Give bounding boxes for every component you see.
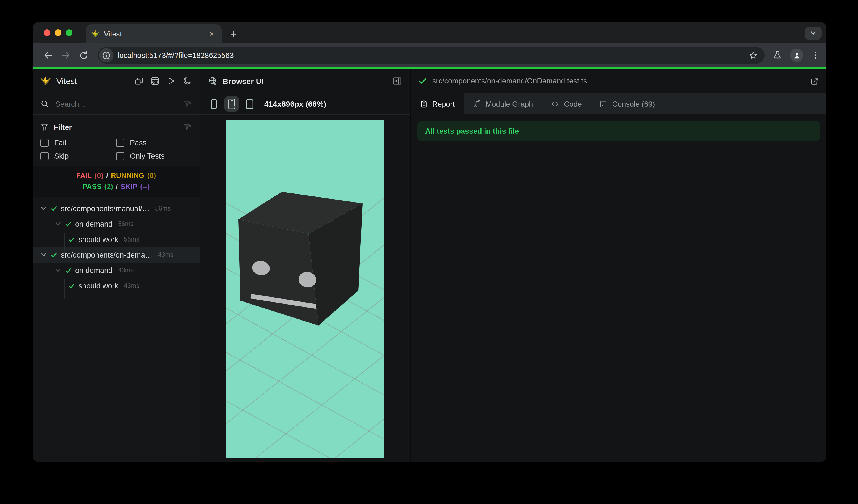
chevron-down-icon	[810, 30, 816, 36]
filter-option-fail[interactable]: Fail	[41, 139, 116, 147]
phone-small-icon	[211, 99, 217, 109]
tree-test-row[interactable]: should work 43ms	[33, 278, 200, 293]
run-all-play-icon[interactable]	[166, 76, 176, 86]
pass-check-icon	[50, 251, 58, 258]
all-tests-passed-banner: All tests passed in this file	[417, 121, 820, 141]
sidebar-actions	[134, 76, 192, 86]
tab-close-icon[interactable]: ×	[207, 29, 216, 39]
test-status-summary: FAIL (0) / RUNNING (0) PASS (2) / SKIP (…	[33, 166, 200, 197]
console-icon	[600, 100, 608, 108]
checkbox-fail[interactable]	[41, 139, 49, 147]
report-content: All tests passed in this file	[411, 114, 826, 462]
search-icon	[41, 99, 49, 108]
clear-filter-icon[interactable]	[183, 123, 192, 131]
url-bar[interactable]: localhost:5173/#/?file=1828625563	[98, 47, 765, 64]
code-icon	[551, 99, 559, 108]
site-info-button[interactable]	[99, 48, 113, 63]
chevron-down-icon[interactable]	[41, 205, 47, 212]
device-phone-plus-button[interactable]	[224, 96, 239, 112]
pass-check-icon	[418, 77, 427, 85]
status-line-2: PASS (2) / SKIP (--)	[33, 181, 200, 192]
sidebar: Vitest	[33, 69, 200, 462]
vitest-logo-icon	[41, 76, 51, 86]
chevron-down-icon[interactable]	[55, 221, 61, 227]
checkbox-skip[interactable]	[41, 152, 49, 160]
device-phone-small-button[interactable]	[207, 96, 221, 112]
browser-toolbar: localhost:5173/#/?file=1828625563	[33, 43, 826, 67]
zoom-window-button[interactable]	[66, 29, 73, 36]
browser-ui-header: Browser UI	[200, 69, 410, 93]
info-icon	[102, 51, 110, 60]
minimize-window-button[interactable]	[55, 29, 61, 36]
tree-suite-row[interactable]: on demand 56ms	[33, 216, 200, 231]
traffic-lights	[44, 29, 73, 36]
viewport-size-label[interactable]: 414x896px (68%)	[264, 99, 326, 108]
reload-icon	[78, 50, 89, 61]
tab-report[interactable]: Report	[411, 93, 463, 114]
tab-console[interactable]: Console (69)	[591, 93, 664, 114]
url-text[interactable]: localhost:5173/#/?file=1828625563	[118, 51, 744, 60]
profile-avatar[interactable]	[790, 49, 803, 62]
dashboard-icon[interactable]	[150, 76, 160, 86]
filter-option-only-tests[interactable]: Only Tests	[116, 152, 192, 160]
pass-check-icon	[65, 267, 72, 274]
app-title: Vitest	[57, 76, 129, 86]
funnel-icon	[41, 123, 49, 131]
reload-button[interactable]	[75, 46, 92, 64]
toolbar-right	[772, 49, 820, 62]
sidebar-header: Vitest	[33, 69, 200, 93]
tree-test-row[interactable]: should work 55ms	[33, 231, 200, 247]
device-toolbar: 414x896px (68%)	[200, 93, 410, 115]
filter-section: Filter Fail Pass	[33, 115, 200, 166]
tab-code[interactable]: Code	[542, 93, 591, 114]
tree-guide-line	[51, 217, 51, 250]
tablet-icon	[245, 99, 253, 109]
screen: Vitest × +	[0, 0, 858, 504]
back-button[interactable]	[39, 46, 57, 64]
tested-app-viewport[interactable]	[225, 120, 384, 458]
browser-ui-panel: Browser UI	[200, 69, 411, 462]
phone-plus-icon	[228, 98, 236, 110]
checkbox-pass[interactable]	[116, 139, 124, 147]
tree-guide-line	[51, 264, 51, 297]
filter-header: Filter	[41, 120, 192, 134]
filter-option-pass[interactable]: Pass	[116, 139, 192, 147]
experiments-flask-icon[interactable]	[772, 50, 782, 60]
chevron-down-icon[interactable]	[41, 251, 47, 258]
status-line-1: FAIL (0) / RUNNING (0)	[33, 170, 200, 181]
test-file-path: src/components/on-demand/OnDemand.test.t…	[432, 77, 804, 85]
tab-module-graph[interactable]: Module Graph	[463, 93, 542, 114]
tested-app-area	[200, 115, 410, 462]
checkbox-only-tests[interactable]	[116, 152, 124, 160]
clear-filter-icon[interactable]	[183, 99, 192, 108]
new-tab-button[interactable]: +	[227, 29, 240, 39]
tab-search-button[interactable]	[805, 27, 822, 40]
report-panel: src/components/on-demand/OnDemand.test.t…	[411, 69, 826, 462]
tree-guide-line	[64, 233, 65, 253]
dock-panel-right-icon[interactable]	[393, 76, 402, 86]
test-tree: src/components/manual/… 56ms on demand 5…	[33, 197, 200, 462]
filter-title: Filter	[54, 123, 178, 131]
tree-suite-row[interactable]: on demand 43ms	[33, 262, 200, 278]
browser-tab-vitest[interactable]: Vitest ×	[86, 24, 222, 43]
bookmark-star-icon[interactable]	[749, 51, 758, 60]
close-window-button[interactable]	[44, 29, 50, 36]
module-graph-icon	[472, 99, 481, 108]
tree-file-row[interactable]: src/components/manual/… 56ms	[33, 200, 200, 216]
collapse-windows-icon[interactable]	[134, 76, 144, 86]
theme-moon-icon[interactable]	[182, 76, 192, 86]
filter-option-skip[interactable]: Skip	[41, 152, 116, 160]
device-tablet-button[interactable]	[242, 96, 256, 112]
browser-menu-kebab-icon[interactable]	[811, 51, 820, 60]
tab-strip: Vitest × +	[33, 22, 826, 43]
clipboard-icon	[419, 100, 428, 108]
forward-arrow-icon	[60, 50, 71, 61]
person-icon	[793, 51, 801, 60]
report-tabs: Report Module Graph Code	[411, 93, 826, 114]
open-external-icon[interactable]	[810, 77, 819, 85]
tree-file-row-selected[interactable]: src/components/on-dema… 43ms	[33, 247, 200, 262]
search-input[interactable]	[54, 99, 178, 109]
report-header: src/components/on-demand/OnDemand.test.t…	[411, 69, 826, 93]
chevron-down-icon[interactable]	[55, 267, 61, 274]
forward-button[interactable]	[57, 46, 75, 64]
